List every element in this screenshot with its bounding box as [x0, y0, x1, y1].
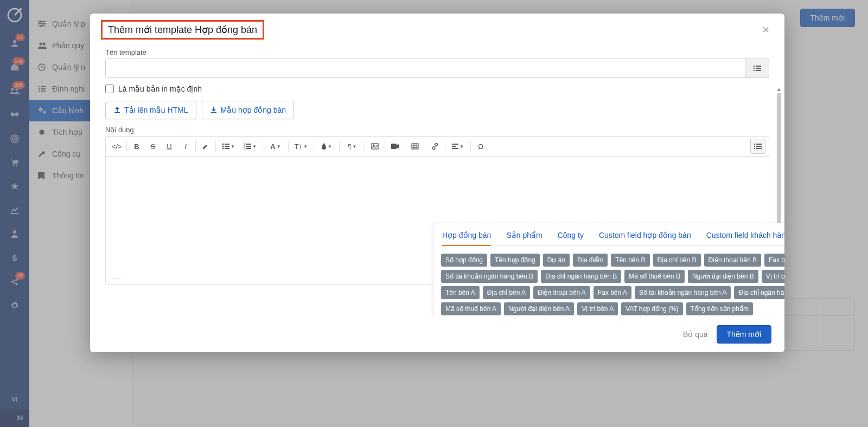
variable-tag[interactable]: Địa chỉ bên A: [483, 286, 530, 299]
variable-tag[interactable]: Số hợp đồng: [441, 254, 487, 267]
italic-icon[interactable]: I: [178, 139, 193, 154]
code-view-icon[interactable]: </>: [109, 139, 124, 154]
svg-rect-48: [391, 144, 397, 149]
strike-icon[interactable]: S: [145, 139, 161, 154]
cancel-button[interactable]: Bỏ qua: [683, 330, 708, 339]
tag-tab[interactable]: Sản phẩm: [506, 231, 542, 245]
tag-tab[interactable]: Hợp đồng bán: [442, 231, 491, 246]
variable-tag[interactable]: Tên bên B: [611, 254, 649, 267]
variable-tag-panel: Hợp đồng bánSản phẩmCông tyCustom field …: [433, 223, 784, 318]
upload-html-button[interactable]: Tải lên mẫu HTML: [105, 101, 196, 119]
svg-rect-35: [225, 144, 229, 145]
variable-tag[interactable]: Dự án: [543, 254, 570, 267]
paragraph-icon[interactable]: ¶▼: [342, 139, 362, 154]
svg-point-34: [222, 144, 224, 145]
svg-text:3: 3: [244, 147, 245, 150]
svg-rect-45: [246, 148, 251, 149]
content-label: Nội dung: [105, 126, 769, 134]
toolbar-list-icon[interactable]: [750, 139, 765, 154]
link-icon[interactable]: [427, 139, 443, 154]
tag-tab[interactable]: Custom field khách hàng: [706, 231, 784, 245]
bold-icon[interactable]: B: [129, 139, 144, 154]
ordered-list-icon[interactable]: 123▼: [240, 139, 260, 154]
resize-handle-icon[interactable]: ⋯⋯: [110, 275, 121, 281]
svg-rect-43: [246, 146, 251, 147]
template-name-label: Tên template: [105, 48, 769, 56]
variable-tag[interactable]: Địa chỉ ngân hàng bên A: [734, 286, 784, 299]
highlight-icon[interactable]: [198, 139, 213, 154]
variable-tag[interactable]: Mã số thuế bên A: [441, 302, 501, 315]
variable-tag[interactable]: Tổng tiền sản phẩm: [686, 302, 753, 315]
variable-tag[interactable]: Vị trí bên A: [577, 302, 618, 315]
variable-tag[interactable]: Người đại diện bên B: [688, 270, 758, 283]
variable-tag[interactable]: Mã số thuế bên B: [624, 270, 685, 283]
variable-tag[interactable]: Địa chỉ ngân hàng bên B: [541, 270, 621, 283]
bg-color-icon[interactable]: ▼: [316, 139, 337, 154]
variable-tag[interactable]: Fax bên A: [593, 286, 631, 299]
svg-rect-49: [412, 144, 418, 149]
variable-tag[interactable]: Tên bên A: [441, 286, 480, 299]
svg-point-36: [222, 146, 224, 147]
close-icon[interactable]: ×: [758, 21, 774, 39]
submit-button[interactable]: Thêm mới: [717, 325, 771, 344]
svg-point-38: [222, 148, 224, 150]
variable-tag[interactable]: Tên hợp đồng: [490, 254, 540, 267]
default-template-label: Là mẫu bản in mặc định: [118, 85, 202, 93]
template-list-addon[interactable]: [745, 59, 769, 78]
unordered-list-icon[interactable]: ▼: [218, 139, 239, 154]
download-sample-button[interactable]: Mẫu hợp đồng bán: [202, 101, 294, 119]
variable-tag[interactable]: Điện thoại bên A: [533, 286, 590, 299]
svg-rect-37: [225, 146, 229, 147]
editor-toolbar: </> B S U I ▼ 123▼ A▼ TT▼ ▼ ¶▼: [106, 137, 769, 157]
svg-point-47: [373, 145, 374, 146]
svg-rect-52: [452, 148, 458, 149]
modal-title: Thêm mới template Hợp đồng bán: [108, 24, 257, 36]
variable-tag[interactable]: Điện thoại bên B: [704, 254, 761, 267]
variable-tag[interactable]: Số tài khoản ngân hàng bên B: [441, 270, 538, 283]
add-template-modal: Thêm mới template Hợp đồng bán × Tên tem…: [90, 14, 784, 352]
variable-tag[interactable]: Số tài khoản ngân hàng bên A: [635, 286, 731, 299]
table-icon[interactable]: [407, 139, 423, 154]
svg-rect-50: [452, 144, 458, 145]
underline-icon[interactable]: U: [162, 139, 177, 154]
svg-rect-41: [246, 144, 251, 145]
variable-tag[interactable]: Địa điểm: [573, 254, 608, 267]
variable-tag[interactable]: VAT hợp đồng (%): [621, 302, 682, 315]
tag-tab[interactable]: Công ty: [558, 231, 584, 245]
variable-tag[interactable]: Fax bên B: [764, 254, 784, 267]
align-icon[interactable]: ▼: [448, 139, 468, 154]
modal-title-highlight: Thêm mới template Hợp đồng bán: [101, 20, 264, 40]
default-template-checkbox[interactable]: [105, 85, 114, 93]
template-name-input[interactable]: [105, 59, 745, 78]
omega-icon[interactable]: Ω: [473, 139, 488, 154]
font-size-icon[interactable]: TT▼: [291, 139, 311, 154]
image-icon[interactable]: [367, 139, 382, 154]
variable-tag[interactable]: Địa chỉ bên B: [653, 254, 701, 267]
svg-rect-51: [452, 146, 456, 147]
variable-tag[interactable]: Người đại diện bên A: [504, 302, 574, 315]
tag-tab[interactable]: Custom field hợp đồng bán: [599, 231, 691, 245]
variable-tag[interactable]: Vị trí bên B: [762, 270, 784, 283]
tag-cluster: Số hợp đồngTên hợp đồngDự ánĐịa điểmTên …: [441, 254, 784, 318]
svg-rect-39: [225, 148, 229, 149]
tag-tabs: Hợp đồng bánSản phẩmCông tyCustom field …: [441, 223, 784, 246]
font-color-icon[interactable]: A▼: [265, 139, 286, 154]
video-icon[interactable]: [387, 139, 403, 154]
